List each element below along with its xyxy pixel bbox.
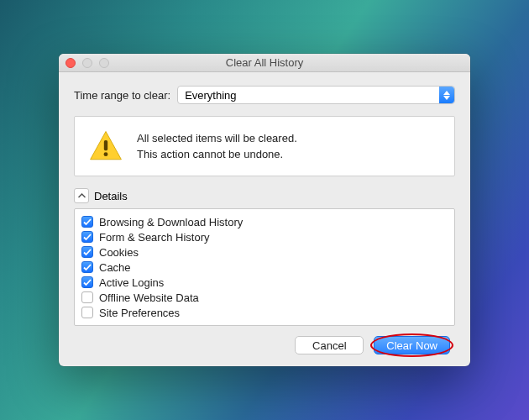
- time-range-label: Time range to clear:: [74, 89, 170, 102]
- details-item-label: Form & Search History: [99, 231, 209, 244]
- maximize-window-button[interactable]: [99, 58, 109, 68]
- button-row: Cancel Clear Now: [74, 336, 455, 354]
- select-stepper-icon: [439, 87, 454, 103]
- details-item-label: Offline Website Data: [99, 291, 199, 304]
- warning-text: All selected items will be cleared. This…: [137, 130, 297, 163]
- details-list: Browsing & Download HistoryForm & Search…: [74, 208, 455, 326]
- details-disclosure-button[interactable]: [74, 188, 89, 203]
- cancel-button-label: Cancel: [312, 339, 346, 352]
- chevron-up-icon: [78, 193, 86, 198]
- checkbox[interactable]: [81, 291, 93, 303]
- details-item[interactable]: Cookies: [81, 244, 448, 260]
- checkbox[interactable]: [81, 276, 93, 288]
- time-range-select[interactable]: Everything: [177, 86, 455, 104]
- minimize-window-button[interactable]: [82, 58, 92, 68]
- clear-now-button-label: Clear Now: [386, 339, 437, 352]
- dialog-window: Clear All History Time range to clear: E…: [59, 54, 470, 366]
- details-item-label: Cache: [99, 261, 131, 274]
- checkbox[interactable]: [81, 216, 93, 228]
- details-item-label: Site Preferences: [99, 307, 180, 319]
- details-item-label: Cookies: [99, 246, 139, 259]
- warning-line-2: This action cannot be undone.: [137, 146, 297, 163]
- time-range-row: Time range to clear: Everything: [74, 86, 455, 104]
- details-item-label: Browsing & Download History: [99, 216, 243, 228]
- clear-now-button[interactable]: Clear Now: [374, 336, 450, 354]
- details-item-label: Active Logins: [99, 276, 164, 289]
- details-item[interactable]: Site Preferences: [81, 305, 448, 320]
- dialog-content: Time range to clear: Everything All sele…: [59, 72, 470, 366]
- details-item[interactable]: Offline Website Data: [81, 290, 448, 305]
- details-item[interactable]: Cache: [81, 260, 448, 275]
- details-item[interactable]: Form & Search History: [81, 229, 448, 244]
- checkbox[interactable]: [81, 231, 93, 243]
- cancel-button[interactable]: Cancel: [295, 336, 364, 354]
- svg-point-1: [104, 152, 108, 156]
- warning-icon: [88, 129, 123, 164]
- checkbox[interactable]: [81, 246, 93, 258]
- close-window-button[interactable]: [65, 58, 76, 68]
- time-range-value: Everything: [185, 89, 236, 102]
- traffic-lights: [65, 58, 109, 68]
- svg-rect-0: [104, 140, 107, 150]
- details-header: Details: [74, 188, 455, 203]
- details-item[interactable]: Active Logins: [81, 275, 448, 290]
- warning-panel: All selected items will be cleared. This…: [74, 116, 455, 176]
- details-label: Details: [94, 190, 128, 202]
- titlebar: Clear All History: [59, 54, 470, 72]
- checkbox[interactable]: [81, 261, 93, 273]
- window-title: Clear All History: [59, 56, 470, 69]
- warning-line-1: All selected items will be cleared.: [137, 130, 297, 147]
- checkbox[interactable]: [81, 307, 93, 318]
- details-item[interactable]: Browsing & Download History: [81, 214, 448, 229]
